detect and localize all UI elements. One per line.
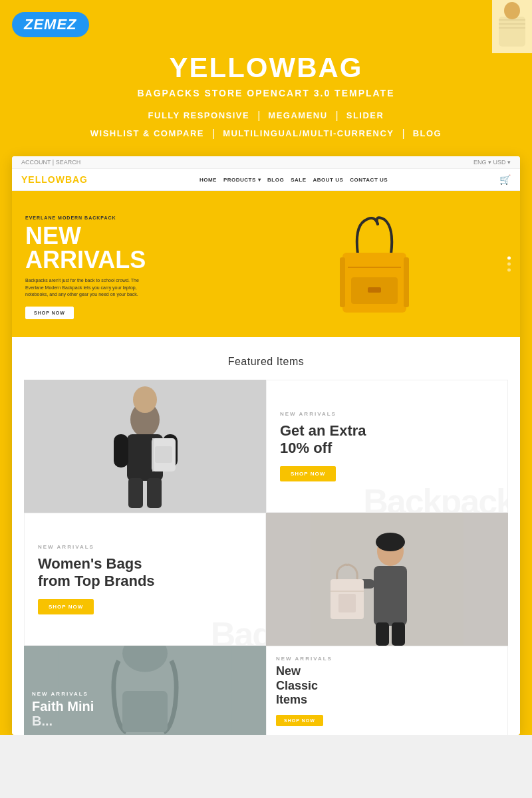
svg-point-20 [376, 533, 405, 551]
nav-contact[interactable]: CONTACT US [350, 177, 388, 183]
svg-rect-10 [114, 434, 128, 467]
featured-section: Featured Items [12, 337, 520, 735]
grid-item-backpack-image [24, 380, 266, 513]
feature-wishlist: WISHLIST & COMPARE [82, 126, 212, 141]
slider-dots [507, 257, 511, 272]
site-title: YELLOWBAG [27, 52, 505, 84]
grid-item-womens-bags: NEW ARRIVALS Women's Bagsfrom Top Brands… [24, 513, 266, 646]
svg-rect-3 [404, 257, 409, 307]
hero-title: NEW ARRIVALS [25, 224, 242, 272]
zemez-label: ZEMEZ [24, 16, 77, 33]
nav-sale[interactable]: SALE [291, 177, 306, 183]
mini-nav-links: HOME PRODUCTS ▾ BLOG SALE ABOUT US CONTA… [200, 177, 388, 183]
bottom-faith-mini: NEW ARRIVALS Faith Mini B... [24, 646, 266, 735]
dot-3[interactable] [507, 269, 511, 272]
dot-2[interactable] [507, 263, 511, 266]
svg-rect-16 [147, 478, 162, 508]
classic-items-title: NewClassicItems [276, 664, 498, 708]
nav-blog[interactable]: BLOG [267, 177, 284, 183]
grid-item-tote-image [266, 513, 508, 646]
shop-now-button-2[interactable]: SHOP NOW [38, 599, 94, 614]
shop-now-button-3[interactable]: SHOP NOW [276, 715, 323, 726]
svg-point-8 [133, 386, 157, 413]
dot-1[interactable] [507, 257, 511, 260]
hero-text: EVERLANE MODERN BACKPACK NEW ARRIVALS Ba… [25, 215, 242, 319]
mini-logo: YELLOWBAG [21, 174, 88, 185]
bottom-partial-section: NEW ARRIVALS Faith Mini B... [24, 646, 508, 726]
watermark-2: Bag [211, 617, 266, 646]
feature-megamenu: MEGAMENU [260, 108, 335, 123]
features-row-1: FULLY RESPONSIVE | MEGAMENU | SLIDER [27, 108, 505, 123]
hero-image-area [242, 214, 507, 321]
featured-title: Featured Items [24, 356, 508, 368]
site-subtitle: BAGPACKS STORE OPENCART 3.0 TEMPLATE [27, 88, 505, 98]
nav-home[interactable]: HOME [200, 177, 217, 183]
hero-eyebrow: EVERLANE MODERN BACKPACK [25, 215, 242, 220]
hero-cta-button[interactable]: SHOP NOW [25, 307, 74, 319]
topbar-left: ACCOUNT | SEARCH [21, 159, 80, 166]
feature-responsive: FULLY RESPONSIVE [140, 108, 258, 123]
svg-rect-24 [338, 594, 356, 612]
svg-rect-5 [368, 287, 381, 293]
feature-slider: SLIDER [338, 108, 392, 123]
title-section: YELLOWBAG BAGPACKS STORE OPENCART 3.0 TE… [0, 45, 532, 156]
svg-rect-13 [155, 446, 172, 463]
tote-illustration [266, 513, 508, 646]
extra-off-title: Get an Extra10% off [280, 422, 494, 458]
classic-items-label: NEW ARRIVALS [276, 656, 498, 662]
features-row-2: WISHLIST & COMPARE | MULTILINGUAL/MULTI-… [27, 126, 505, 141]
title-yellow-part: YELLOWBAG [170, 52, 363, 83]
bottom-classic-items: NEW ARRIVALS NewClassicItems SHOP NOW [266, 646, 508, 735]
mini-navbar: YELLOWBAG HOME PRODUCTS ▾ BLOG SALE ABOU… [12, 169, 520, 191]
faith-mini-label: NEW ARRIVALS [32, 691, 258, 697]
svg-rect-25 [376, 622, 389, 646]
topbar-right: ENG ▾ USD ▾ [473, 159, 511, 166]
header-section: ZEMEZ YELLOWBAG BAGPACKS STORE OPENCART … [0, 0, 532, 735]
nav-products[interactable]: PRODUCTS ▾ [223, 177, 261, 183]
zemez-badge: ZEMEZ [12, 12, 89, 37]
svg-rect-18 [374, 566, 407, 626]
hero-section: EVERLANE MODERN BACKPACK NEW ARRIVALS Ba… [12, 191, 520, 337]
svg-rect-26 [392, 622, 405, 646]
svg-rect-2 [340, 257, 345, 307]
feature-multilingual: MULTILINGUAL/MULTI-CURRENCY [215, 126, 402, 141]
backpack-person-illustration [24, 380, 266, 513]
nav-about[interactable]: ABOUT US [313, 177, 343, 183]
watermark-1: Backpack [363, 484, 508, 513]
featured-grid: NEW ARRIVALS Get an Extra10% off SHOP NO… [24, 380, 508, 646]
hero-desc: Backpacks aren't just for the back to sc… [25, 277, 145, 299]
bag-illustration [328, 214, 421, 321]
feature-blog: BLOG [405, 126, 450, 141]
shop-now-button-1[interactable]: SHOP NOW [280, 466, 336, 481]
cart-icon[interactable]: 🛒 [499, 174, 511, 185]
new-arrivals-label-1: NEW ARRIVALS [280, 411, 494, 417]
mini-topbar: ACCOUNT | SEARCH ENG ▾ USD ▾ [12, 156, 520, 169]
grid-item-extra-off: NEW ARRIVALS Get an Extra10% off SHOP NO… [266, 380, 508, 513]
new-arrivals-label-2: NEW ARRIVALS [38, 544, 252, 550]
womens-bags-title: Women's Bagsfrom Top Brands [38, 555, 252, 591]
template-preview: ACCOUNT | SEARCH ENG ▾ USD ▾ YELLOWBAG H… [12, 156, 520, 735]
svg-rect-15 [128, 478, 143, 508]
faith-mini-title: Faith Mini B... [32, 699, 258, 728]
